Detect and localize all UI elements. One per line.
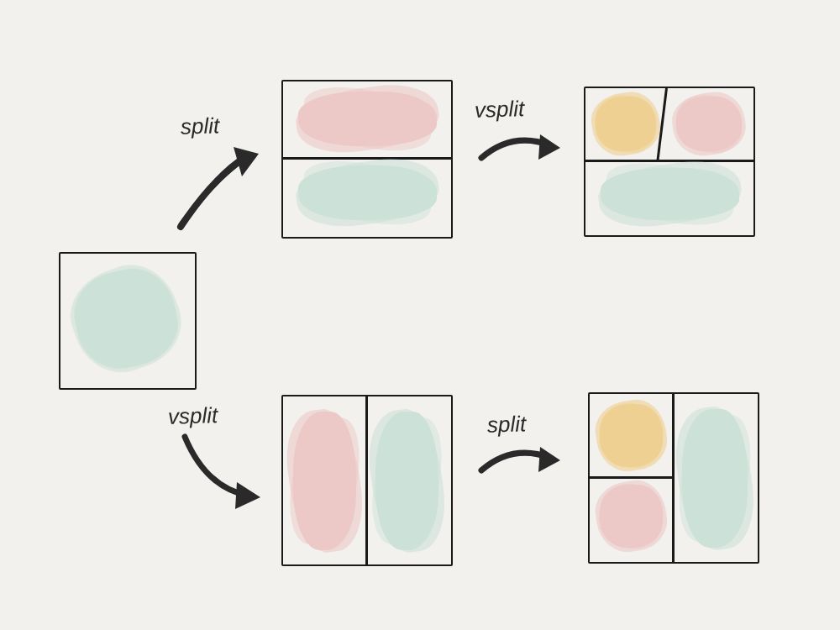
node-start — [59, 252, 197, 390]
arrow-to-bot-mid — [176, 428, 269, 516]
split-line-h — [283, 157, 451, 160]
diagram-canvas: split vsplit vsplit — [0, 0, 840, 630]
split-line-v — [365, 396, 368, 564]
label-split-bot: split — [486, 411, 526, 438]
pane-green — [375, 412, 438, 550]
pane-yellow — [596, 97, 656, 151]
label-vsplit-top: vsplit — [474, 96, 524, 123]
pane-yellow — [600, 404, 663, 467]
split-line-v — [672, 394, 675, 562]
pane-pink — [676, 97, 742, 151]
node-top-mid — [281, 80, 453, 239]
svg-marker-1 — [538, 134, 560, 160]
arrow-to-top-end — [475, 124, 567, 178]
pane-pink — [293, 412, 356, 550]
pane-pink — [600, 485, 663, 548]
arrow-to-bot-end — [475, 437, 567, 491]
pane-pink — [298, 92, 437, 146]
label-vsplit-bot: vsplit — [167, 402, 218, 430]
arrow-to-top-mid — [168, 139, 269, 243]
node-top-end — [584, 87, 755, 237]
node-bot-mid — [281, 395, 453, 566]
split-line-h-half — [590, 476, 672, 479]
split-line-h — [585, 160, 753, 162]
pane-green — [601, 168, 739, 220]
svg-marker-3 — [538, 447, 560, 472]
pane-green — [682, 409, 748, 548]
svg-marker-2 — [235, 482, 260, 509]
label-split-top: split — [180, 113, 219, 140]
node-bot-end — [588, 392, 759, 564]
pane-green — [66, 261, 185, 376]
pane-green — [298, 165, 437, 220]
